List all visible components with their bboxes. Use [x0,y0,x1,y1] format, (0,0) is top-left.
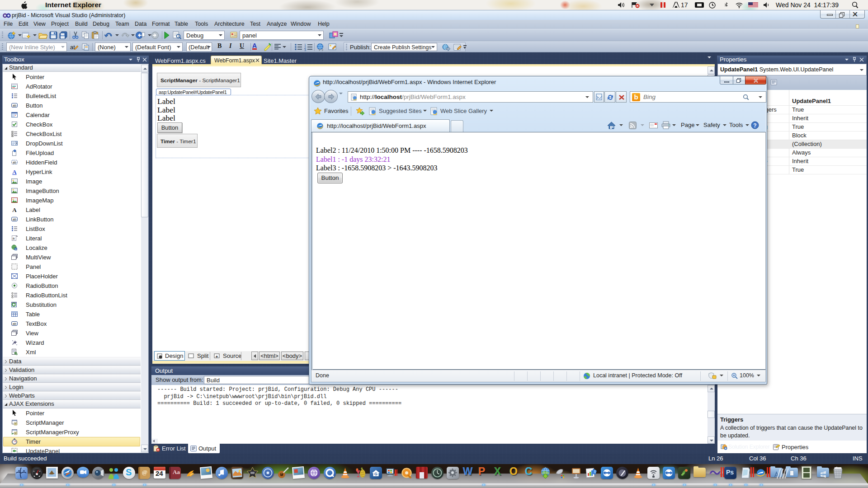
svg-text:?: ? [753,122,756,129]
svg-text:ab: ab [13,322,16,326]
svg-text:◈: ◈ [216,355,218,358]
svg-text:ab: ab [13,217,16,221]
svg-text:ab: ab [13,103,16,108]
svg-text:A: A [12,169,17,175]
svg-text:a: a [13,236,15,240]
svg-text:ab: ab [13,160,16,164]
svg-text:3: 3 [304,48,306,51]
svg-text:A: A [12,206,17,213]
svg-text:G: G [374,472,377,476]
